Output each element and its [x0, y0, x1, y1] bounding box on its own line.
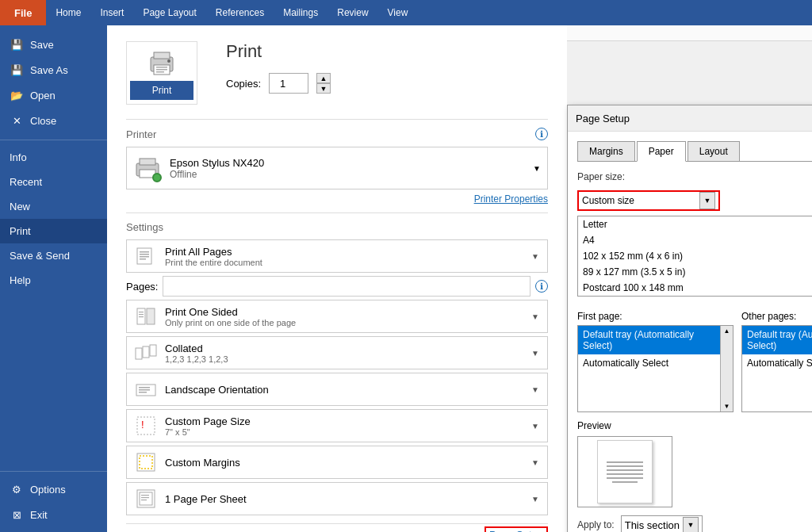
svg-rect-20 — [136, 348, 142, 359]
custom-margins-icon — [135, 451, 157, 473]
paper-size-dropdown-arrow[interactable]: ▼ — [699, 192, 715, 209]
paper-size-option-letter[interactable]: Letter — [578, 216, 812, 232]
svg-rect-21 — [143, 346, 149, 358]
other-pages-section: Other pages: Default tray (Automatically… — [741, 311, 812, 412]
printer-name: Epson Stylus NX420 — [170, 157, 533, 169]
svg-text:!: ! — [141, 419, 144, 431]
print-one-sided-arrow: ▼ — [531, 312, 539, 321]
dialog-titlebar: Page Setup ? ✕ — [568, 105, 812, 132]
preview-line-4 — [607, 473, 644, 475]
other-pages-default-tray[interactable]: Default tray (Automatically Select) — [742, 326, 812, 354]
sidebar-item-print[interactable]: Print — [0, 219, 107, 243]
sidebar-item-options[interactable]: ⚙ Options — [0, 477, 107, 502]
settings-section-label: Settings — [126, 221, 163, 233]
tab-layout[interactable]: Layout — [688, 141, 740, 161]
sidebar-item-info[interactable]: Info — [0, 145, 107, 170]
print-panel: Print Print Copies: ▲ ▼ Printer ℹ — [107, 25, 567, 532]
paper-size-option-4x6[interactable]: 102 x 152 mm (4 x 6 in) — [578, 248, 812, 264]
tab-view[interactable]: View — [378, 0, 418, 25]
svg-rect-12 — [140, 254, 149, 255]
printer-properties-link[interactable]: Printer Properties — [474, 193, 548, 205]
paper-size-option-3x5[interactable]: 89 x 127 mm (3.5 x 5 in) — [578, 264, 812, 280]
tab-review[interactable]: Review — [327, 0, 377, 25]
first-page-default-tray[interactable]: Default tray (Automatically Select) — [578, 326, 720, 354]
settings-landscape[interactable]: Landscape Orientation ▼ — [126, 373, 548, 406]
print-all-pages-label: Print All Pages — [165, 246, 527, 258]
sidebar-item-open[interactable]: 📂 Open — [0, 82, 107, 108]
svg-rect-22 — [150, 345, 156, 356]
copies-up[interactable]: ▲ — [316, 73, 331, 83]
settings-1-page-per-sheet[interactable]: 1 Page Per Sheet ▼ — [126, 482, 548, 515]
sidebar-item-recent[interactable]: Recent — [0, 170, 107, 194]
first-page-auto-select[interactable]: Automatically Select — [578, 354, 720, 372]
save-as-icon: 💾 — [10, 63, 24, 77]
first-page-scrollbar[interactable]: ▲ ▼ — [720, 326, 733, 411]
svg-rect-4 — [156, 69, 167, 71]
svg-rect-14 — [140, 258, 146, 260]
options-icon: ⚙ — [10, 482, 24, 496]
preview-section: Preview — [577, 420, 812, 507]
printer-status-indicator — [152, 173, 162, 182]
sidebar-item-save-send[interactable]: Save & Send — [0, 243, 107, 268]
first-scroll-down[interactable]: ▼ — [724, 403, 730, 410]
page-setup-link[interactable]: Page Setup — [485, 526, 548, 532]
print-all-pages-arrow: ▼ — [531, 252, 539, 261]
apply-to-arrow[interactable]: ▼ — [683, 517, 699, 532]
tab-references[interactable]: References — [206, 0, 274, 25]
settings-print-all-pages[interactable]: Print All Pages Print the entire documen… — [126, 239, 548, 273]
save-icon: 💾 — [10, 37, 24, 52]
right-area: Page Setup ? ✕ Margins Paper Layout Pape… — [567, 25, 812, 532]
dialog-title: Page Setup — [576, 113, 630, 124]
first-scroll-up[interactable]: ▲ — [724, 327, 730, 335]
printer-icon — [146, 46, 178, 78]
printer-selector[interactable]: Epson Stylus NX420 Offline ▼ — [126, 147, 548, 189]
pages-row: Pages: ℹ — [126, 276, 548, 297]
print-all-pages-sub: Print the entire document — [165, 258, 527, 267]
background-doc-hint — [567, 25, 812, 41]
tab-insert[interactable]: Insert — [90, 0, 133, 25]
paper-size-combo[interactable]: Custom size ▼ — [577, 190, 720, 211]
svg-rect-35 — [141, 499, 147, 500]
sidebar-item-help[interactable]: Help — [0, 268, 107, 293]
paper-size-label: Paper size: — [577, 171, 625, 182]
custom-page-size-icon: ! — [135, 415, 157, 437]
printer-section-label: Printer — [126, 128, 156, 140]
copies-down[interactable]: ▼ — [316, 83, 331, 94]
apply-to-combo[interactable]: This section ▼ — [621, 515, 703, 532]
printer-dropdown-arrow: ▼ — [533, 164, 541, 173]
tray-section: First page: Default tray (Automatically … — [577, 311, 812, 412]
copies-input[interactable] — [269, 73, 308, 94]
tab-paper[interactable]: Paper — [637, 141, 686, 162]
settings-collated[interactable]: Collated 1,2,3 1,2,3 1,2,3 ▼ — [126, 336, 548, 369]
tab-page-layout[interactable]: Page Layout — [133, 0, 205, 25]
svg-rect-26 — [139, 392, 147, 393]
file-tab[interactable]: File — [0, 0, 46, 25]
other-pages-auto-select[interactable]: Automatically Select — [742, 354, 812, 372]
tab-mailings[interactable]: Mailings — [274, 0, 327, 25]
tab-margins[interactable]: Margins — [577, 141, 635, 161]
sidebar-item-close[interactable]: ✕ Close — [0, 108, 107, 133]
paper-size-option-postcard[interactable]: Postcard 100 x 148 mm — [578, 280, 812, 296]
paper-size-option-a4[interactable]: A4 — [578, 232, 812, 248]
sidebar-item-save[interactable]: 💾 Save — [0, 32, 107, 57]
pages-per-sheet-icon — [135, 488, 157, 510]
print-one-sided-sub: Only print on one side of the page — [165, 318, 527, 327]
svg-rect-13 — [140, 256, 149, 258]
settings-custom-margins[interactable]: Custom Margins ▼ — [126, 446, 548, 479]
tab-home[interactable]: Home — [46, 0, 90, 25]
ribbon: File Home Insert Page Layout References … — [0, 0, 812, 25]
collated-arrow: ▼ — [531, 349, 539, 358]
pages-info-icon[interactable]: ℹ — [535, 280, 548, 293]
sidebar-item-save-as[interactable]: 💾 Save As — [0, 57, 107, 82]
paper-size-list: Letter A4 102 x 152 mm (4 x 6 in) 89 x 1… — [577, 216, 812, 304]
sidebar-item-exit[interactable]: ⊠ Exit — [0, 502, 107, 527]
settings-custom-page-size[interactable]: ! Custom Page Size 7" x 5" ▼ — [126, 409, 548, 442]
sidebar-item-new[interactable]: New — [0, 194, 107, 219]
pages-input[interactable] — [163, 276, 530, 297]
first-page-section: First page: Default tray (Automatically … — [577, 311, 733, 412]
printer-info-icon[interactable]: ℹ — [535, 128, 548, 140]
landscape-arrow: ▼ — [531, 385, 539, 394]
first-page-label: First page: — [577, 311, 733, 322]
print-button[interactable]: Print — [130, 81, 193, 100]
settings-print-one-sided[interactable]: Print One Sided Only print on one side o… — [126, 300, 548, 333]
